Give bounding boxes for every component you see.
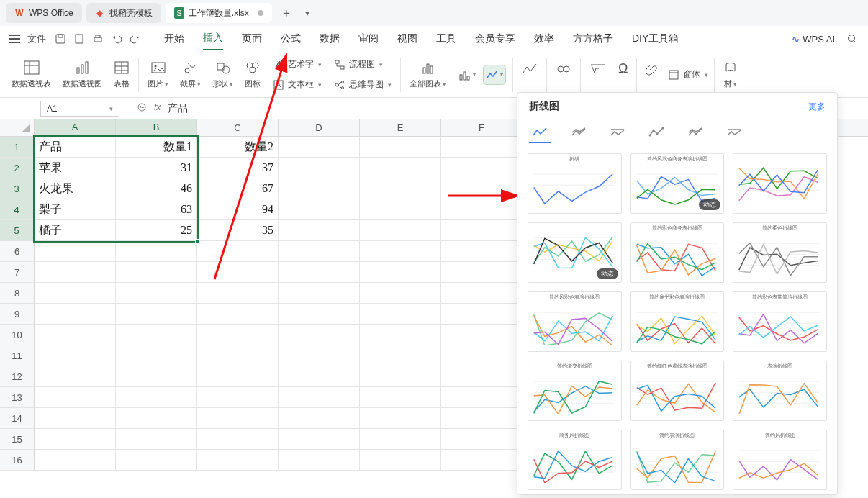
chart-thumb[interactable]: 表演折线图	[733, 361, 827, 421]
undo-icon[interactable]	[109, 32, 124, 46]
cell-C6[interactable]	[197, 241, 279, 262]
cell-E10[interactable]	[360, 325, 441, 345]
row-header[interactable]: 16	[0, 450, 35, 471]
col-header-F[interactable]: F	[441, 119, 523, 136]
formula-input[interactable]: 产品	[168, 102, 188, 115]
cancel-formula-icon[interactable]	[137, 102, 147, 114]
chart-thumb[interactable]: 简约风浅色商务表演折线图动态	[630, 153, 725, 214]
cell-C13[interactable]	[197, 387, 279, 408]
textbox-button[interactable]: A文本框▾	[269, 76, 325, 94]
menu-member[interactable]: 会员专享	[475, 28, 515, 50]
pivot-table-button[interactable]: 数据透视表	[6, 58, 57, 91]
cell-B9[interactable]	[116, 304, 197, 325]
cell-E1[interactable]	[360, 137, 441, 158]
cell-C8[interactable]	[197, 283, 279, 304]
chart-thumb[interactable]: 简约风彩色表演折线图	[528, 291, 622, 352]
line-percent-markers-tab[interactable]	[723, 123, 745, 143]
menu-diy[interactable]: DIY工具箱	[632, 28, 679, 50]
row-header[interactable]: 9	[0, 304, 35, 325]
cell-B13[interactable]	[116, 387, 197, 408]
menu-view[interactable]: 视图	[397, 28, 417, 50]
cell-C7[interactable]	[197, 262, 279, 283]
cell-D11[interactable]	[279, 345, 360, 366]
cell-E16[interactable]	[360, 450, 441, 471]
cell-F12[interactable]	[441, 366, 523, 387]
select-all-corner[interactable]	[0, 119, 35, 136]
cell-C10[interactable]	[197, 325, 279, 345]
chart-thumb[interactable]: 简约表演折线图	[630, 430, 725, 490]
pivot-chart-button[interactable]: 数据透视图	[57, 58, 108, 91]
cell-E5[interactable]	[360, 220, 441, 241]
chart-type-bar-button[interactable]: ▾	[456, 65, 478, 84]
icon-button[interactable]: 图标	[239, 58, 266, 91]
row-header[interactable]: 5	[0, 220, 35, 241]
new-icon[interactable]	[72, 32, 86, 46]
cell-D10[interactable]	[279, 325, 360, 345]
menu-page[interactable]: 页面	[242, 28, 262, 50]
menu-formula[interactable]: 公式	[281, 28, 301, 50]
cell-F6[interactable]	[441, 241, 523, 262]
cell-A15[interactable]	[35, 429, 116, 450]
chart-thumb[interactable]: 简约彩色商务表折线图	[630, 222, 725, 283]
cell-C14[interactable]	[197, 408, 279, 429]
chart-thumb[interactable]: 简约彩色表常简洁折线图	[733, 291, 827, 352]
cell-A1[interactable]: 产品	[35, 137, 116, 158]
row-header[interactable]: 15	[0, 429, 35, 450]
cell-C9[interactable]	[197, 304, 279, 325]
cell-E3[interactable]	[360, 178, 441, 199]
cell-C15[interactable]	[197, 429, 279, 450]
print-icon[interactable]	[91, 32, 105, 46]
cell-B16[interactable]	[116, 450, 197, 471]
cell-B15[interactable]	[116, 429, 197, 450]
wordart-button[interactable]: A艺术字▾	[269, 55, 325, 74]
cell-B2[interactable]: 31	[116, 158, 197, 178]
cell-A7[interactable]	[35, 262, 116, 283]
cell-B6[interactable]	[116, 241, 197, 262]
cell-A16[interactable]	[35, 450, 116, 471]
row-header[interactable]: 8	[0, 283, 35, 304]
cell-E11[interactable]	[360, 345, 441, 366]
chart-thumb[interactable]: 简约柔色折线图	[733, 222, 827, 283]
chart-thumb[interactable]	[733, 153, 827, 214]
redo-icon[interactable]	[128, 32, 143, 46]
row-header[interactable]: 2	[0, 158, 35, 178]
cell-A14[interactable]	[35, 408, 116, 429]
line-stacked-markers-tab[interactable]	[684, 123, 706, 143]
cell-A10[interactable]	[35, 325, 116, 345]
cell-D13[interactable]	[279, 387, 360, 408]
cell-F1[interactable]	[441, 137, 523, 158]
line-basic-tab[interactable]	[529, 123, 551, 143]
cell-B4[interactable]: 63	[116, 199, 197, 220]
hamburger-icon[interactable]	[9, 35, 20, 43]
tab-wps-office[interactable]: W WPS Office	[6, 3, 82, 23]
cell-A2[interactable]: 苹果	[35, 158, 116, 178]
cell-F15[interactable]	[441, 429, 523, 450]
cell-C2[interactable]: 37	[197, 158, 279, 178]
cell-C16[interactable]	[197, 450, 279, 471]
save-icon[interactable]	[53, 32, 68, 46]
cell-C3[interactable]: 67	[197, 178, 279, 199]
cell-C12[interactable]	[197, 366, 279, 387]
cell-E15[interactable]	[360, 429, 441, 450]
chart-type-line-button[interactable]: ▾	[484, 65, 505, 84]
cell-C11[interactable]	[197, 345, 279, 366]
row-header[interactable]: 14	[0, 408, 35, 429]
chart-thumb[interactable]: 商务风折线图	[528, 430, 622, 490]
cell-A8[interactable]	[35, 283, 116, 304]
cell-D2[interactable]	[279, 158, 360, 178]
cell-B14[interactable]	[116, 408, 197, 429]
cell-F3[interactable]	[441, 178, 523, 199]
cell-B11[interactable]	[116, 345, 197, 366]
col-header-B[interactable]: B	[116, 119, 197, 136]
cell-C4[interactable]: 94	[197, 199, 279, 220]
cell-D4[interactable]	[279, 199, 360, 220]
cell-E7[interactable]	[360, 262, 441, 283]
row-header[interactable]: 6	[0, 241, 35, 262]
menu-ffgz[interactable]: 方方格子	[573, 28, 613, 50]
cell-D9[interactable]	[279, 304, 360, 325]
cell-D16[interactable]	[279, 450, 360, 471]
wps-ai-button[interactable]: ∿WPS AI	[792, 34, 835, 45]
cell-E12[interactable]	[360, 366, 441, 387]
cell-F4[interactable]	[441, 199, 523, 220]
cell-F8[interactable]	[441, 283, 523, 304]
